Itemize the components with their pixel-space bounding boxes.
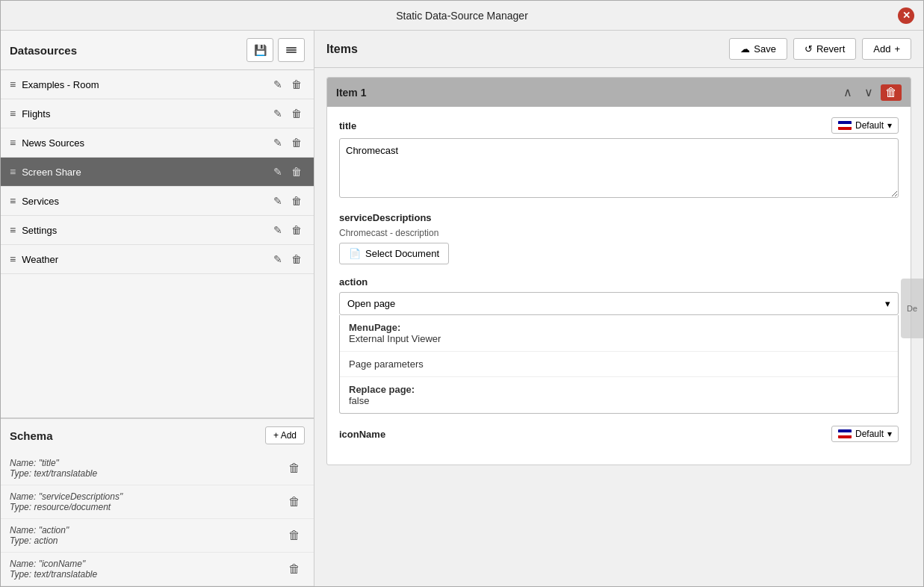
schema-item-name: Name: "title" — [10, 458, 284, 468]
save-label: Save — [754, 43, 776, 55]
datasource-icon: ≡ — [10, 166, 16, 178]
item-card-body: title Default ▾ — [327, 107, 911, 465]
datasource-item[interactable]: ≡ Examples - Room ✎ 🗑 — [1, 70, 314, 99]
schema-item-type: Type: resource/document — [10, 502, 284, 512]
add-item-button[interactable]: Add + — [862, 38, 911, 60]
settings-button[interactable] — [278, 38, 305, 62]
delete-datasource-button[interactable]: 🗑 — [288, 164, 305, 179]
dropdown-chevron-icon: ▾ — [885, 298, 890, 309]
action-field-header: action — [339, 276, 899, 288]
datasource-list: ≡ Examples - Room ✎ 🗑 ≡ Flights ✎ 🗑 ≡ Ne… — [1, 70, 314, 417]
main-content: Datasources 💾 ≡ Examples - Room ✎ — [1, 31, 923, 586]
edit-datasource-button[interactable]: ✎ — [270, 193, 285, 208]
save-icon: ☁ — [740, 43, 750, 55]
svg-rect-1 — [286, 49, 297, 51]
delete-datasource-button[interactable]: 🗑 — [288, 193, 305, 208]
datasource-item[interactable]: ≡ Services ✎ 🗑 — [1, 187, 314, 216]
datasource-icon: ≡ — [10, 195, 16, 207]
item-card-header: Item 1 ∧ ∨ 🗑 — [327, 78, 911, 107]
delete-datasource-button[interactable]: 🗑 — [288, 106, 305, 121]
action-detail-value: External Input Viewer — [349, 333, 441, 344]
schema-item: Name: "serviceDescriptions" Type: resour… — [1, 485, 314, 519]
datasource-item[interactable]: ≡ Settings ✎ 🗑 — [1, 216, 314, 245]
schema-item-delete-button[interactable]: 🗑 — [284, 527, 305, 544]
right-edge-hint: De — [901, 279, 923, 338]
action-detail-key: MenuPage: — [349, 322, 400, 333]
service-descriptions-header: serviceDescriptions — [339, 212, 899, 223]
svg-rect-0 — [286, 47, 297, 49]
item-card-controls: ∧ ∨ 🗑 — [839, 84, 902, 101]
title-lang-selector[interactable]: Default ▾ — [831, 117, 899, 134]
action-dropdown[interactable]: Open page ▾ — [339, 292, 899, 315]
item-up-button[interactable]: ∧ — [839, 84, 857, 101]
title-field-header: title Default ▾ — [339, 117, 899, 134]
datasource-icon: ≡ — [10, 224, 16, 236]
schema-add-button[interactable]: + Add — [265, 426, 305, 444]
icon-name-field-row: iconName Default ▾ — [339, 426, 899, 442]
schema-items: Name: "title" Type: text/translatable 🗑 … — [1, 452, 314, 586]
schema-item-type: Type: text/translatable — [10, 569, 284, 580]
title-textarea[interactable] — [339, 138, 899, 198]
schema-title: Schema — [10, 429, 53, 442]
action-dropdown-value: Open page — [347, 298, 395, 309]
delete-datasource-button[interactable]: 🗑 — [288, 135, 305, 150]
edit-datasource-button[interactable]: ✎ — [270, 252, 285, 267]
schema-item-type: Type: action — [10, 535, 284, 546]
edit-datasource-button[interactable]: ✎ — [270, 223, 285, 237]
datasource-name: Screen Share — [22, 167, 270, 178]
title-field-row: title Default ▾ — [339, 117, 899, 200]
right-panel: Items ☁ Save ↺ Revert Add + — [314, 31, 923, 586]
datasource-icon: ≡ — [10, 78, 16, 90]
main-window: Static Data-Source Manager ✕ Datasources… — [0, 0, 924, 587]
title-field-label: title — [339, 120, 356, 131]
save-datasource-button[interactable]: 💾 — [246, 38, 273, 62]
window-title: Static Data-Source Manager — [396, 10, 528, 22]
close-button[interactable]: ✕ — [898, 7, 914, 24]
item-card-1: Item 1 ∧ ∨ 🗑 title — [326, 77, 911, 465]
datasource-name: Settings — [22, 225, 270, 236]
edit-datasource-button[interactable]: ✎ — [270, 77, 285, 92]
item-delete-button[interactable]: 🗑 — [881, 84, 902, 101]
action-detail-key: Page parameters — [349, 358, 424, 370]
items-title: Items — [326, 43, 358, 56]
item-down-button[interactable]: ∨ — [860, 84, 878, 101]
edit-datasource-button[interactable]: ✎ — [270, 164, 285, 179]
revert-button[interactable]: ↺ Revert — [793, 38, 856, 60]
schema-item-delete-button[interactable]: 🗑 — [284, 460, 305, 476]
save-button[interactable]: ☁ Save — [729, 38, 787, 60]
datasource-icon: ≡ — [10, 108, 16, 119]
document-icon: 📄 — [349, 248, 361, 259]
datasource-item[interactable]: ≡ Flights ✎ 🗑 — [1, 99, 314, 128]
chevron-down-icon: ▾ — [887, 120, 892, 131]
delete-datasource-button[interactable]: 🗑 — [288, 223, 305, 237]
schema-item-delete-button[interactable]: 🗑 — [284, 494, 305, 510]
datasource-actions: ✎ 🗑 — [270, 77, 305, 92]
svg-rect-2 — [286, 52, 297, 53]
left-panel: Datasources 💾 ≡ Examples - Room ✎ — [1, 31, 314, 586]
delete-datasource-button[interactable]: 🗑 — [288, 77, 305, 92]
datasource-item[interactable]: ≡ Weather ✎ 🗑 — [1, 245, 314, 274]
select-document-label: Select Document — [365, 248, 439, 259]
datasource-item[interactable]: ≡ News Sources ✎ 🗑 — [1, 128, 314, 158]
datasource-name: Flights — [22, 108, 270, 119]
action-detail-row: Replace page:false — [340, 377, 898, 413]
edit-datasource-button[interactable]: ✎ — [270, 106, 285, 121]
action-field-label: action — [339, 276, 368, 288]
icon-name-field-header: iconName Default ▾ — [339, 426, 899, 442]
datasource-icon: ≡ — [10, 137, 16, 149]
edit-datasource-button[interactable]: ✎ — [270, 135, 285, 150]
add-label: Add — [873, 43, 890, 55]
icon-name-lang-selector[interactable]: Default ▾ — [831, 426, 899, 442]
service-descriptions-subtitle: Chromecast - description — [339, 228, 899, 238]
select-document-button[interactable]: 📄 Select Document — [339, 243, 449, 264]
datasource-item[interactable]: ≡ Screen Share ✎ 🗑 — [1, 158, 314, 187]
action-details-box: MenuPage:External Input ViewerPage param… — [339, 315, 899, 414]
left-header-buttons: 💾 — [246, 38, 305, 62]
item-card-title: Item 1 — [336, 87, 366, 99]
right-content: Item 1 ∧ ∨ 🗑 title — [314, 68, 923, 586]
add-icon: + — [894, 43, 900, 55]
schema-item-delete-button[interactable]: 🗑 — [284, 561, 305, 577]
revert-icon: ↺ — [804, 43, 813, 55]
delete-datasource-button[interactable]: 🗑 — [288, 252, 305, 267]
revert-label: Revert — [816, 43, 845, 55]
